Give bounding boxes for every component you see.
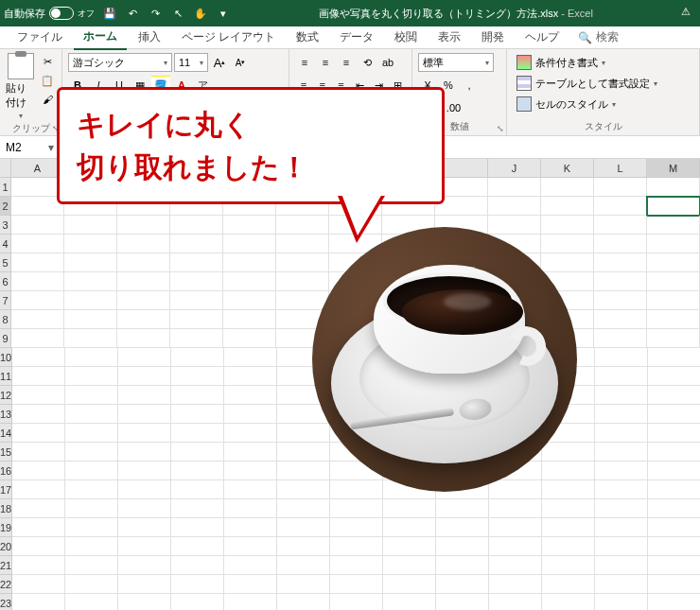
cell[interactable] [118, 556, 171, 575]
cell[interactable] [594, 291, 647, 310]
cell[interactable] [383, 556, 436, 575]
row-header[interactable]: 3 [0, 216, 11, 235]
row-header[interactable]: 15 [0, 443, 12, 462]
cell[interactable] [12, 443, 65, 462]
cell[interactable] [171, 424, 224, 443]
font-size-select[interactable]: 11 ▾ [174, 53, 208, 72]
cell[interactable] [594, 197, 647, 216]
cell[interactable] [277, 480, 330, 499]
cell[interactable] [542, 556, 595, 575]
cell[interactable] [118, 386, 171, 405]
col-header[interactable]: L [594, 159, 647, 178]
toggle-icon[interactable] [49, 7, 74, 20]
cell[interactable] [118, 348, 171, 367]
cell[interactable] [171, 594, 224, 610]
format-painter-icon[interactable]: 🖌 [39, 91, 56, 108]
cell[interactable] [170, 216, 223, 235]
cell[interactable] [277, 575, 330, 594]
cell[interactable] [330, 575, 383, 594]
row-header[interactable]: 5 [0, 253, 11, 272]
cell[interactable] [224, 424, 277, 443]
cell[interactable] [647, 197, 700, 216]
cell[interactable] [542, 537, 595, 556]
cell[interactable] [171, 348, 224, 367]
name-box[interactable]: M2 ▾ [0, 136, 61, 158]
cell[interactable] [595, 348, 648, 367]
row-header[interactable]: 13 [0, 405, 12, 424]
cell[interactable] [541, 178, 594, 197]
cell[interactable] [118, 424, 171, 443]
cell[interactable] [223, 272, 276, 291]
cell[interactable] [594, 329, 647, 348]
cell[interactable] [171, 537, 224, 556]
cell[interactable] [594, 178, 647, 197]
cell[interactable] [648, 405, 700, 424]
cell[interactable] [12, 386, 65, 405]
cell[interactable] [65, 575, 118, 594]
cell[interactable] [171, 405, 224, 424]
cell[interactable] [542, 594, 595, 610]
row-header[interactable]: 21 [0, 556, 12, 575]
cell[interactable] [647, 272, 700, 291]
cell[interactable] [595, 480, 648, 499]
autosave-toggle[interactable]: 自動保存 オフ [4, 7, 95, 21]
cell[interactable] [224, 518, 277, 537]
tab-home[interactable]: ホーム [74, 25, 127, 50]
cell[interactable] [224, 575, 277, 594]
cell[interactable] [65, 594, 118, 610]
cell[interactable] [330, 537, 383, 556]
cell[interactable] [647, 291, 700, 310]
cell[interactable] [171, 480, 224, 499]
row-header[interactable]: 19 [0, 518, 12, 537]
cell[interactable] [224, 367, 277, 386]
cell[interactable] [277, 443, 330, 462]
cell[interactable] [647, 253, 700, 272]
cell[interactable] [383, 499, 436, 518]
cell[interactable] [276, 253, 329, 272]
cell[interactable] [171, 556, 224, 575]
cell[interactable] [595, 518, 648, 537]
cell[interactable] [330, 594, 383, 610]
cell[interactable] [436, 556, 489, 575]
tab-file[interactable]: ファイル [8, 26, 72, 49]
row-header[interactable]: 7 [0, 291, 11, 310]
comma-button[interactable]: , [460, 76, 479, 95]
cell[interactable] [12, 499, 65, 518]
cell[interactable] [436, 594, 489, 610]
tab-review[interactable]: 校閲 [385, 26, 427, 49]
cell[interactable] [383, 575, 436, 594]
cell[interactable] [594, 310, 647, 329]
cell[interactable] [64, 235, 117, 253]
cell[interactable] [171, 518, 224, 537]
cell[interactable] [648, 462, 700, 480]
col-header[interactable]: M [647, 159, 700, 178]
cell[interactable] [65, 462, 118, 480]
cell[interactable] [11, 235, 64, 253]
cell[interactable] [118, 405, 171, 424]
row-header[interactable]: 22 [0, 575, 12, 594]
cell[interactable] [276, 291, 329, 310]
cell[interactable] [648, 556, 700, 575]
cell[interactable] [65, 348, 118, 367]
cell[interactable] [224, 537, 277, 556]
cell[interactable] [64, 272, 117, 291]
row-header[interactable]: 2 [0, 197, 11, 216]
cut-icon[interactable]: ✂ [39, 53, 56, 70]
decrease-font-button[interactable]: A▾ [231, 53, 250, 72]
cell[interactable] [11, 291, 64, 310]
cell[interactable] [647, 310, 700, 329]
cell[interactable] [595, 386, 648, 405]
cell[interactable] [65, 424, 118, 443]
cell[interactable] [542, 480, 595, 499]
cell[interactable] [224, 405, 277, 424]
paste-button[interactable]: 貼り付け ▾ [6, 53, 35, 120]
cell[interactable] [118, 480, 171, 499]
cell[interactable] [330, 499, 383, 518]
cell[interactable] [12, 367, 65, 386]
cell[interactable] [65, 518, 118, 537]
cell[interactable] [170, 329, 223, 348]
cell[interactable] [170, 291, 223, 310]
cell[interactable] [595, 443, 648, 462]
cell[interactable] [118, 594, 171, 610]
font-name-select[interactable]: 游ゴシック ▾ [68, 53, 172, 72]
